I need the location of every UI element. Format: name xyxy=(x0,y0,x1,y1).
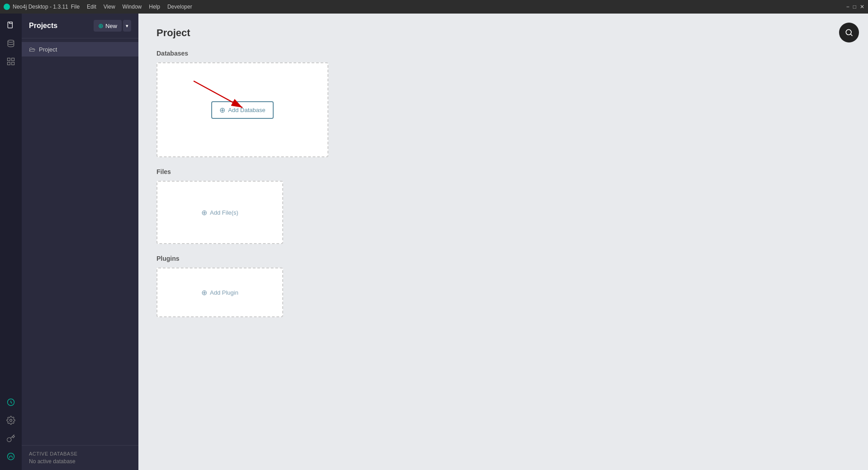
add-database-button[interactable]: ⊕ Add Database xyxy=(211,101,273,119)
add-plugin-label: Add Plugin xyxy=(210,289,238,296)
svg-point-8 xyxy=(8,453,14,460)
databases-section: Databases ⊕ Add Database xyxy=(157,50,850,157)
app-logo xyxy=(4,4,10,10)
sidebar: Projects ⊕ New ▾ 🗁 Project Active databa… xyxy=(22,14,138,470)
menu-bar: File Edit View Window Help Developer xyxy=(71,4,192,10)
search-button[interactable] xyxy=(839,23,859,42)
app-layout: Projects ⊕ New ▾ 🗁 Project Active databa… xyxy=(0,14,868,470)
page-title: Project xyxy=(157,27,850,39)
add-plugin-plus-icon: ⊕ xyxy=(201,288,207,297)
sidebar-title: Projects xyxy=(29,22,57,30)
svg-rect-2 xyxy=(8,58,10,61)
add-files-button[interactable]: ⊕ Add File(s) xyxy=(201,208,238,217)
nav-credentials-icon[interactable] xyxy=(3,430,19,446)
add-files-plus-icon: ⊕ xyxy=(201,208,207,217)
menu-file[interactable]: File xyxy=(71,4,80,10)
svg-point-7 xyxy=(10,419,12,422)
app-title: Neo4j Desktop - 1.3.11 xyxy=(13,4,68,10)
sidebar-item-label: Project xyxy=(39,46,57,53)
window-controls: − □ ✕ xyxy=(846,4,864,10)
svg-rect-4 xyxy=(8,62,10,65)
icon-bar-bottom xyxy=(3,394,19,470)
sidebar-footer: Active database No active database xyxy=(22,445,138,470)
close-button[interactable]: ✕ xyxy=(860,4,864,10)
active-db-label: Active database xyxy=(29,451,131,456)
active-db-value: No active database xyxy=(29,458,131,465)
svg-rect-0 xyxy=(8,22,12,28)
menu-developer[interactable]: Developer xyxy=(167,4,192,10)
menu-view[interactable]: View xyxy=(104,4,115,10)
maximize-button[interactable]: □ xyxy=(853,4,856,10)
sidebar-item-project[interactable]: 🗁 Project xyxy=(22,42,138,56)
nav-notifications-icon[interactable] xyxy=(3,394,19,410)
new-project-button[interactable]: ⊕ New xyxy=(94,20,122,32)
svg-rect-5 xyxy=(12,62,14,65)
nav-projects-icon[interactable] xyxy=(3,17,19,33)
icon-bar xyxy=(0,14,22,470)
icon-bar-top xyxy=(3,17,19,394)
main-content: Project Databases ⊕ Add Database xyxy=(138,14,868,470)
files-section-title: Files xyxy=(157,168,850,175)
nav-grid-icon[interactable] xyxy=(3,53,19,70)
add-database-plus-icon: ⊕ xyxy=(219,106,225,114)
plugins-section: Plugins ⊕ Add Plugin xyxy=(157,255,850,317)
menu-window[interactable]: Window xyxy=(123,4,142,10)
add-files-label: Add File(s) xyxy=(210,209,238,216)
title-bar: Neo4j Desktop - 1.3.11 File Edit View Wi… xyxy=(0,0,868,14)
sidebar-header: Projects ⊕ New ▾ xyxy=(22,14,138,38)
files-section: Files ⊕ Add File(s) xyxy=(157,168,850,244)
databases-box: ⊕ Add Database xyxy=(157,62,328,157)
files-box: ⊕ Add File(s) xyxy=(157,181,283,244)
nav-neo4j-icon[interactable] xyxy=(3,448,19,465)
add-plugin-button[interactable]: ⊕ Add Plugin xyxy=(201,288,238,297)
add-database-label: Add Database xyxy=(228,107,265,113)
menu-help[interactable]: Help xyxy=(149,4,160,10)
databases-section-title: Databases xyxy=(157,50,850,57)
new-button-label: New xyxy=(105,23,117,29)
minimize-button[interactable]: − xyxy=(846,4,849,10)
new-plus-icon: ⊕ xyxy=(98,22,104,29)
sidebar-content: 🗁 Project xyxy=(22,38,138,445)
nav-database-icon[interactable] xyxy=(3,35,19,52)
svg-point-1 xyxy=(8,40,14,42)
new-button-group: ⊕ New ▾ xyxy=(94,20,131,32)
menu-edit[interactable]: Edit xyxy=(87,4,96,10)
svg-point-9 xyxy=(846,29,851,35)
new-dropdown-button[interactable]: ▾ xyxy=(123,20,131,32)
svg-rect-3 xyxy=(12,58,14,61)
search-icon xyxy=(844,28,854,37)
folder-icon: 🗁 xyxy=(29,46,35,53)
title-bar-left: Neo4j Desktop - 1.3.11 File Edit View Wi… xyxy=(4,4,192,10)
plugins-section-title: Plugins xyxy=(157,255,850,262)
plugins-box: ⊕ Add Plugin xyxy=(157,268,283,317)
nav-settings-icon[interactable] xyxy=(3,412,19,428)
